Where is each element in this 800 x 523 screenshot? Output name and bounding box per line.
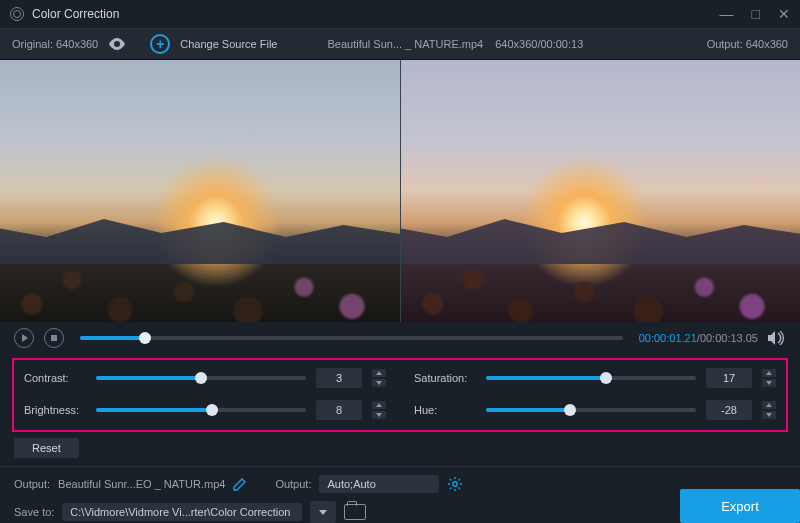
contrast-stepper[interactable] xyxy=(372,369,386,387)
hue-label: Hue: xyxy=(414,404,476,416)
open-folder-icon[interactable] xyxy=(344,504,366,520)
save-to-path[interactable]: C:\Vidmore\Vidmore Vi...rter\Color Corre… xyxy=(62,503,302,521)
output-label: Output: 640x360 xyxy=(707,38,788,50)
hue-stepper[interactable] xyxy=(762,401,776,419)
contrast-slider[interactable] xyxy=(96,376,306,380)
output-preset-label: Output: xyxy=(275,478,311,490)
timeline-slider[interactable] xyxy=(80,336,623,340)
preview-toggle-icon[interactable] xyxy=(108,38,126,50)
playback-bar: 00:00:01.21/00:00:13.05 xyxy=(0,322,800,354)
settings-icon[interactable] xyxy=(447,476,463,492)
info-bar: Original: 640x360 + Change Source File B… xyxy=(0,28,800,60)
add-source-button[interactable]: + xyxy=(150,34,170,54)
preview-original xyxy=(0,60,400,322)
output-file-label: Output: xyxy=(14,478,50,490)
brightness-slider[interactable] xyxy=(96,408,306,412)
brightness-row: Brightness: 8 xyxy=(24,400,386,420)
output-filename: Beautiful Sunr...EO _ NATUR.mp4 xyxy=(58,478,225,490)
play-button[interactable] xyxy=(14,328,34,348)
save-to-dropdown[interactable] xyxy=(310,501,336,523)
brightness-label: Brightness: xyxy=(24,404,86,416)
title-bar: Color Correction — □ ✕ xyxy=(0,0,800,28)
maximize-button[interactable]: □ xyxy=(752,6,760,22)
saturation-row: Saturation: 17 xyxy=(414,368,776,388)
timecode: 00:00:01.21/00:00:13.05 xyxy=(639,332,758,344)
contrast-row: Contrast: 3 xyxy=(24,368,386,388)
volume-icon[interactable] xyxy=(768,331,786,345)
save-to-label: Save to: xyxy=(14,506,54,518)
stop-button[interactable] xyxy=(44,328,64,348)
source-filename: Beautiful Sun... _ NATURE.mp4 xyxy=(327,38,483,50)
app-icon xyxy=(10,7,24,21)
svg-point-0 xyxy=(453,482,457,486)
original-label: Original: 640x360 xyxy=(12,38,98,50)
output-preset[interactable]: Auto;Auto xyxy=(319,475,439,493)
brightness-stepper[interactable] xyxy=(372,401,386,419)
preview-output xyxy=(401,60,801,322)
minimize-button[interactable]: — xyxy=(720,6,734,22)
saturation-slider[interactable] xyxy=(486,376,696,380)
source-meta: 640x360/00:00:13 xyxy=(495,38,583,50)
output-rows: Output: Beautiful Sunr...EO _ NATUR.mp4 … xyxy=(0,466,800,523)
contrast-label: Contrast: xyxy=(24,372,86,384)
hue-row: Hue: -28 xyxy=(414,400,776,420)
color-sliders-panel: Contrast: 3 Saturation: 17 Brightness: 8… xyxy=(12,358,788,432)
saturation-stepper[interactable] xyxy=(762,369,776,387)
saturation-label: Saturation: xyxy=(414,372,476,384)
hue-slider[interactable] xyxy=(486,408,696,412)
contrast-value[interactable]: 3 xyxy=(316,368,362,388)
window-title: Color Correction xyxy=(32,7,119,21)
export-button[interactable]: Export xyxy=(680,489,800,523)
saturation-value[interactable]: 17 xyxy=(706,368,752,388)
preview-area xyxy=(0,60,800,322)
edit-filename-icon[interactable] xyxy=(233,477,247,491)
hue-value[interactable]: -28 xyxy=(706,400,752,420)
change-source-label[interactable]: Change Source File xyxy=(180,38,277,50)
reset-button[interactable]: Reset xyxy=(14,438,79,458)
brightness-value[interactable]: 8 xyxy=(316,400,362,420)
close-button[interactable]: ✕ xyxy=(778,6,790,22)
